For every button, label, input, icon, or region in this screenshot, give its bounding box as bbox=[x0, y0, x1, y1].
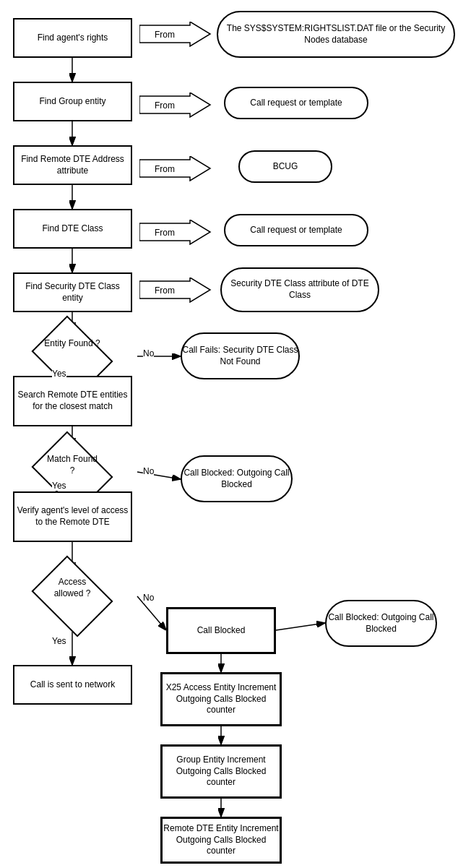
find-dte-class-box: Find DTE Class bbox=[13, 209, 132, 249]
svg-text:From: From bbox=[155, 285, 175, 296]
svg-text:From: From bbox=[155, 100, 175, 111]
svg-marker-22 bbox=[139, 156, 210, 181]
from-arrow-2: From bbox=[139, 93, 212, 118]
call-request-label-2: Call request or template bbox=[250, 225, 342, 236]
find-security-dte-class-label: Find Security DTE Class entity bbox=[14, 281, 131, 304]
from-arrow-3: From bbox=[139, 156, 212, 181]
find-remote-dte-address-box: Find Remote DTE Address attribute bbox=[13, 145, 132, 185]
call-blocked-label: Call Blocked bbox=[197, 625, 246, 637]
find-remote-dte-address-label: Find Remote DTE Address attribute bbox=[14, 154, 131, 176]
svg-marker-18 bbox=[139, 22, 210, 46]
svg-text:From: From bbox=[155, 30, 175, 40]
call-request-oval-2: Call request or template bbox=[224, 214, 368, 246]
svg-text:From: From bbox=[155, 164, 175, 174]
call-sent-network-label: Call is sent to network bbox=[30, 679, 115, 691]
svg-marker-20 bbox=[139, 93, 210, 117]
search-remote-dte-box: Search Remote DTE entities for the close… bbox=[13, 376, 132, 426]
bcug-oval: BCUG bbox=[238, 150, 332, 183]
svg-line-14 bbox=[276, 623, 325, 630]
yes-label-3: Yes bbox=[52, 636, 66, 646]
yes-label-1: Yes bbox=[52, 369, 66, 379]
rightslist-label: The SYS$SYSTEM:RIGHTSLIST.DAT file or th… bbox=[218, 23, 454, 46]
flowchart-diagram: Find agent's rights Find Group entity Fi… bbox=[0, 0, 471, 868]
find-agents-rights-box: Find agent's rights bbox=[13, 18, 132, 58]
call-blocked-outgoing-oval-2: Call Blocked: Outgoing Call Blocked bbox=[325, 600, 437, 647]
call-request-label-1: Call request or template bbox=[250, 98, 342, 109]
access-allowed-diamond: Access allowed ? bbox=[40, 571, 105, 622]
call-request-oval-1: Call request or template bbox=[224, 87, 368, 119]
security-dte-class-attr-oval: Security DTE Class attribute of DTE Clas… bbox=[220, 267, 379, 312]
no-label-3: No bbox=[143, 593, 154, 603]
call-fails-label: Call Fails: Security DTE Class Not Found bbox=[182, 345, 298, 367]
verify-agent-access-box: Verify agent's level of access to the Re… bbox=[13, 491, 132, 542]
find-agents-rights-label: Find agent's rights bbox=[38, 33, 108, 44]
match-found-diamond: Match Found ? bbox=[40, 447, 105, 497]
remote-dte-increment-box: Remote DTE Entity Increment Outgoing Cal… bbox=[160, 817, 282, 864]
call-blocked-box: Call Blocked bbox=[166, 607, 276, 654]
find-group-entity-box: Find Group entity bbox=[13, 82, 132, 121]
call-fails-oval: Call Fails: Security DTE Class Not Found bbox=[181, 332, 300, 379]
call-blocked-outgoing-oval-1: Call Blocked: Outgoing Call Blocked bbox=[181, 455, 293, 502]
from-arrow-1: From bbox=[139, 22, 212, 47]
x25-increment-box: X25 Access Entity Increment Outgoing Cal… bbox=[160, 672, 282, 726]
group-entity-increment-label: Group Entity Increment Outgoing Calls Bl… bbox=[163, 755, 280, 788]
remote-dte-increment-label: Remote DTE Entity Increment Outgoing Cal… bbox=[163, 823, 280, 857]
call-sent-network-box: Call is sent to network bbox=[13, 665, 132, 705]
x25-increment-label: X25 Access Entity Increment Outgoing Cal… bbox=[163, 682, 280, 716]
group-entity-increment-box: Group Entity Increment Outgoing Calls Bl… bbox=[160, 744, 282, 799]
no-label-2: No bbox=[143, 466, 154, 476]
verify-agent-access-label: Verify agent's level of access to the Re… bbox=[14, 505, 131, 528]
call-blocked-outgoing-label-1: Call Blocked: Outgoing Call Blocked bbox=[182, 468, 291, 490]
yes-label-2: Yes bbox=[52, 481, 66, 491]
call-blocked-outgoing-label-2: Call Blocked: Outgoing Call Blocked bbox=[327, 612, 436, 635]
security-dte-class-attr-label: Security DTE Class attribute of DTE Clas… bbox=[222, 278, 378, 301]
from-arrow-4: From bbox=[139, 220, 212, 245]
entity-found-diamond: Entity Found ? bbox=[40, 331, 105, 382]
bcug-label: BCUG bbox=[273, 161, 298, 173]
find-dte-class-label: Find DTE Class bbox=[42, 223, 103, 235]
from-arrow-5: From bbox=[139, 278, 212, 303]
find-group-entity-label: Find Group entity bbox=[39, 96, 105, 108]
svg-text:From: From bbox=[155, 228, 175, 238]
rightslist-oval: The SYS$SYSTEM:RIGHTSLIST.DAT file or th… bbox=[217, 11, 455, 58]
no-label-1: No bbox=[143, 348, 154, 358]
svg-marker-26 bbox=[139, 278, 210, 302]
search-remote-dte-label: Search Remote DTE entities for the close… bbox=[14, 390, 131, 412]
find-security-dte-class-box: Find Security DTE Class entity bbox=[13, 272, 132, 312]
svg-marker-24 bbox=[139, 220, 210, 244]
